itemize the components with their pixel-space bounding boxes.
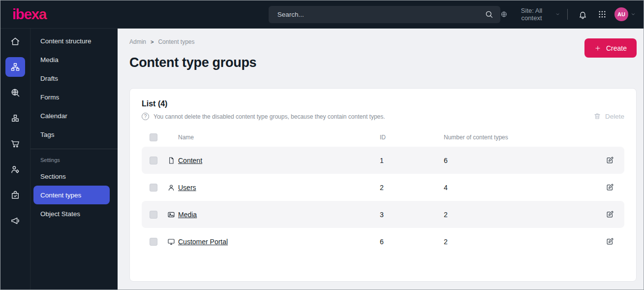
app-window: ibexa Site: All context <box>0 0 644 290</box>
sidebar-item-label: Tags <box>40 131 55 138</box>
sidebar-item-tags[interactable]: Tags <box>31 125 118 144</box>
group-count: 2 <box>444 211 599 219</box>
column-header-id: ID <box>380 134 444 141</box>
megaphone-icon <box>10 216 20 226</box>
rail-item-orders[interactable] <box>5 185 25 205</box>
card-header-left: List (4) ? You cannot delete the disable… <box>142 99 385 120</box>
group-link-users[interactable]: Users <box>178 184 380 192</box>
edit-button[interactable] <box>603 181 616 194</box>
delete-button[interactable]: Delete <box>593 112 624 120</box>
search-globe-icon <box>10 88 20 97</box>
table-row: Customer Portal 6 2 <box>142 228 624 255</box>
trash-icon <box>593 112 601 120</box>
help-row: ? You cannot delete the disabled content… <box>142 113 385 120</box>
sidebar-item-label: Calendar <box>40 112 67 120</box>
edit-icon <box>606 183 614 192</box>
monitor-icon <box>167 238 178 246</box>
order-check-icon <box>10 190 20 200</box>
table-row: Users 2 4 <box>142 174 624 201</box>
plus-icon <box>594 45 601 52</box>
topbar: ibexa Site: All context <box>0 0 644 29</box>
group-link-media[interactable]: Media <box>178 211 380 219</box>
chevron-down-icon <box>631 12 636 17</box>
bell-icon <box>578 10 587 19</box>
breadcrumb-separator: > <box>151 39 153 45</box>
commerce-cart-icon <box>10 139 20 149</box>
edit-button[interactable] <box>603 235 616 249</box>
user-menu[interactable]: AU <box>614 7 636 21</box>
list-title: List (4) <box>142 99 385 108</box>
sidebar-item-sections[interactable]: Sections <box>31 167 118 186</box>
select-all-checkbox[interactable] <box>150 133 157 141</box>
breadcrumb-admin[interactable]: Admin <box>129 38 146 45</box>
sidebar-item-content-structure[interactable]: Content structure <box>31 32 118 50</box>
apps-menu-button[interactable] <box>595 6 610 22</box>
edit-button[interactable] <box>603 208 616 222</box>
page-header-left: Admin > Content types Content type group… <box>129 38 256 70</box>
help-icon: ? <box>142 113 149 120</box>
content-tree-icon <box>10 62 20 72</box>
group-link-customer-portal[interactable]: Customer Portal <box>178 238 380 246</box>
sidebar: Content structure Media Drafts Forms Cal… <box>30 29 118 290</box>
column-header-count: Number of content types <box>444 134 599 141</box>
create-button-label: Create <box>606 44 627 52</box>
help-text: You cannot delete the disabled content t… <box>153 113 385 120</box>
sidebar-item-object-states[interactable]: Object States <box>31 204 118 223</box>
rail-item-content[interactable] <box>5 57 25 77</box>
content-type-groups-table: Name ID Number of content types Content … <box>142 130 624 255</box>
card-header: List (4) ? You cannot delete the disable… <box>142 99 624 120</box>
site-context-selector[interactable]: Site: All context <box>500 7 560 22</box>
group-count: 2 <box>444 238 599 246</box>
group-link-content[interactable]: Content <box>178 157 380 164</box>
icon-rail <box>0 29 30 290</box>
sidebar-item-media[interactable]: Media <box>31 50 118 69</box>
rail-item-marketing[interactable] <box>5 211 25 230</box>
group-id: 3 <box>380 211 444 219</box>
sidebar-item-content-types[interactable]: Content types <box>33 186 110 204</box>
rail-item-admin[interactable] <box>5 160 25 179</box>
globe-icon <box>500 10 508 18</box>
breadcrumb: Admin > Content types <box>129 38 256 45</box>
edit-button[interactable] <box>603 154 616 167</box>
page-header: Admin > Content types Content type group… <box>129 38 637 70</box>
sidebar-item-forms[interactable]: Forms <box>31 88 118 106</box>
image-icon <box>167 211 178 219</box>
row-checkbox[interactable] <box>150 184 157 192</box>
group-count: 4 <box>444 184 599 192</box>
group-id: 6 <box>380 238 444 246</box>
page-title: Content type groups <box>129 55 256 70</box>
group-id: 2 <box>380 184 444 192</box>
table-row: Media 3 2 <box>142 201 624 228</box>
sidebar-item-label: Forms <box>40 94 59 101</box>
content-type-groups-card: List (4) ? You cannot delete the disable… <box>129 88 637 282</box>
rail-item-dashboard[interactable] <box>5 32 25 51</box>
sidebar-item-drafts[interactable]: Drafts <box>31 69 118 88</box>
row-checkbox[interactable] <box>150 211 157 219</box>
delete-button-label: Delete <box>605 113 624 120</box>
sidebar-item-label: Content structure <box>40 37 92 45</box>
row-checkbox[interactable] <box>150 157 157 164</box>
sidebar-item-label: Object States <box>40 210 80 218</box>
apps-grid-icon <box>598 10 607 19</box>
ibexa-logo[interactable]: ibexa <box>0 6 113 23</box>
rail-item-commerce[interactable] <box>5 134 25 154</box>
table-header-row: Name ID Number of content types <box>142 130 624 145</box>
content-file-icon <box>167 157 178 164</box>
rail-item-products[interactable] <box>5 108 25 128</box>
home-icon <box>10 36 20 46</box>
edit-icon <box>606 237 614 246</box>
search-input[interactable] <box>269 6 500 23</box>
sidebar-settings-heading: Settings <box>31 154 118 167</box>
sidebar-item-calendar[interactable]: Calendar <box>31 106 118 125</box>
avatar: AU <box>614 7 628 21</box>
global-search <box>269 6 500 23</box>
table-row: Content 1 6 <box>142 147 624 174</box>
breadcrumb-content-types: Content types <box>158 38 194 45</box>
search-icon <box>485 10 493 19</box>
rail-item-search[interactable] <box>5 83 25 102</box>
create-button[interactable]: Create <box>584 38 637 58</box>
notifications-button[interactable] <box>576 6 590 22</box>
group-count: 6 <box>444 157 599 164</box>
edit-icon <box>606 156 614 164</box>
row-checkbox[interactable] <box>150 238 157 246</box>
